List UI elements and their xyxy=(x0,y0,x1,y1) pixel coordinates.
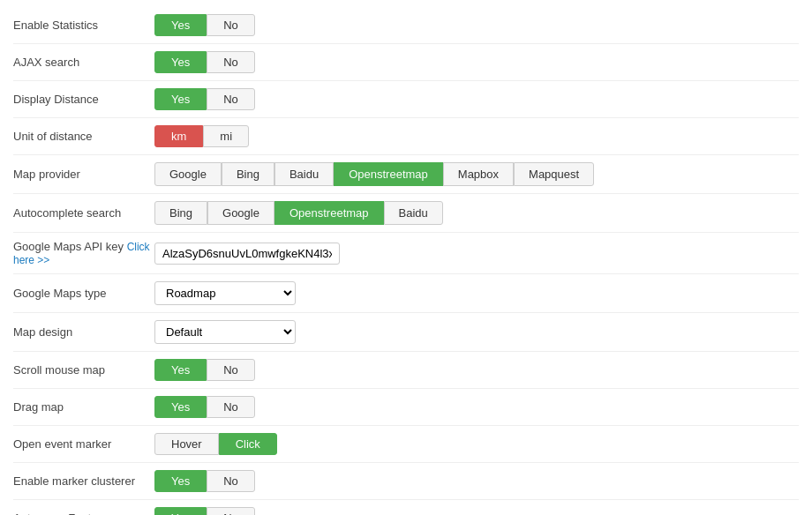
toggle-yes-enable-statistics[interactable]: Yes xyxy=(154,14,207,36)
row-open-event-marker: Open event markerHoverClick xyxy=(13,428,799,460)
row-display-distance: Display DistanceYesNo xyxy=(13,83,799,116)
label-autozoom-feature: Autozoom Feature xyxy=(13,511,154,515)
toggle-group-enable-marker-clusterer: YesNo xyxy=(154,470,255,492)
row-google-maps-type: Google Maps typeRoadmap xyxy=(13,276,799,310)
control-open-event-marker: HoverClick xyxy=(154,433,277,455)
select-map-design[interactable]: Default xyxy=(154,320,296,344)
label-drag-map: Drag map xyxy=(13,400,154,414)
autocomplete-btn-bing[interactable]: Bing xyxy=(154,201,207,225)
toggle-no-enable-statistics[interactable]: No xyxy=(207,14,255,36)
unit-group-unit-of-distance: kmmi xyxy=(154,125,249,147)
map-provider-btn-openstreetmap[interactable]: Openstreetmap xyxy=(334,162,443,186)
select-google-maps-type[interactable]: Roadmap xyxy=(154,281,296,305)
input-google-maps-api-key[interactable] xyxy=(154,243,340,265)
control-map-design: Default xyxy=(154,320,296,344)
row-enable-marker-clusterer: Enable marker clustererYesNo xyxy=(13,465,799,497)
autocomplete-group: BingGoogleOpenstreetmapBaidu xyxy=(154,201,443,225)
label-google-maps-type: Google Maps type xyxy=(13,287,154,300)
label-enable-marker-clusterer: Enable marker clusterer xyxy=(13,474,154,488)
control-scroll-mouse-map: YesNo xyxy=(154,359,255,381)
autocomplete-btn-openstreetmap[interactable]: Openstreetmap xyxy=(274,201,384,225)
toggle-no-autozoom-feature[interactable]: No xyxy=(207,507,255,515)
control-autozoom-feature: YesNo xyxy=(154,507,255,515)
toggle-no-display-distance[interactable]: No xyxy=(207,88,255,110)
toggle-yes-scroll-mouse-map[interactable]: Yes xyxy=(154,359,207,381)
label-unit-of-distance: Unit of distance xyxy=(13,130,154,143)
hover-click-group: HoverClick xyxy=(154,433,277,455)
toggle-no-drag-map[interactable]: No xyxy=(207,396,255,418)
toggle-yes-drag-map[interactable]: Yes xyxy=(154,396,207,418)
row-unit-of-distance: Unit of distancekmmi xyxy=(13,120,799,153)
toggle-group-drag-map: YesNo xyxy=(154,396,255,418)
label-display-distance: Display Distance xyxy=(13,93,154,106)
toggle-no-scroll-mouse-map[interactable]: No xyxy=(207,359,255,381)
toggle-yes-autozoom-feature[interactable]: Yes xyxy=(154,507,207,515)
label-enable-statistics: Enable Statistics xyxy=(13,19,154,32)
row-drag-map: Drag mapYesNo xyxy=(13,391,799,423)
row-autozoom-feature: Autozoom FeatureYesNo xyxy=(13,502,799,515)
map-provider-group: GoogleBingBaiduOpenstreetmapMapboxMapque… xyxy=(154,162,594,186)
autocomplete-btn-google[interactable]: Google xyxy=(207,201,274,225)
control-drag-map: YesNo xyxy=(154,396,255,418)
label-map-design: Map design xyxy=(13,325,154,339)
label-text-google-maps-api-key: Google Maps API key xyxy=(13,240,127,253)
label-map-provider: Map provider xyxy=(13,168,154,181)
toggle-yes-display-distance[interactable]: Yes xyxy=(154,88,207,110)
row-enable-statistics: Enable StatisticsYesNo xyxy=(13,9,799,41)
control-enable-statistics: YesNo xyxy=(154,14,255,36)
row-map-provider: Map providerGoogleBingBaiduOpenstreetmap… xyxy=(13,157,799,191)
map-provider-btn-mapbox[interactable]: Mapbox xyxy=(443,162,514,186)
map-provider-btn-google[interactable]: Google xyxy=(154,162,222,186)
row-scroll-mouse-map: Scroll mouse mapYesNo xyxy=(13,354,799,386)
map-provider-btn-baidu[interactable]: Baidu xyxy=(274,162,334,186)
control-map-provider: GoogleBingBaiduOpenstreetmapMapboxMapque… xyxy=(154,162,594,186)
map-provider-btn-mapquest[interactable]: Mapquest xyxy=(514,162,594,186)
label-google-maps-api-key: Google Maps API key Click here >> xyxy=(13,240,154,266)
label-open-event-marker: Open event marker xyxy=(13,437,154,451)
label-scroll-mouse-map: Scroll mouse map xyxy=(13,363,154,377)
toggle-group-display-distance: YesNo xyxy=(154,88,255,110)
row-map-design: Map designDefault xyxy=(13,315,799,349)
control-ajax-search: YesNo xyxy=(154,51,255,73)
toggle-group-autozoom-feature: YesNo xyxy=(154,507,255,515)
unit-btn-km-unit-of-distance[interactable]: km xyxy=(154,125,203,147)
open-marker-btn-hover[interactable]: Hover xyxy=(154,433,219,455)
unit-btn-mi-unit-of-distance[interactable]: mi xyxy=(203,125,249,147)
toggle-no-ajax-search[interactable]: No xyxy=(207,51,255,73)
toggle-yes-enable-marker-clusterer[interactable]: Yes xyxy=(154,470,207,492)
control-display-distance: YesNo xyxy=(154,88,255,110)
map-provider-btn-bing[interactable]: Bing xyxy=(222,162,274,186)
control-enable-marker-clusterer: YesNo xyxy=(154,470,255,492)
control-autocomplete-search: BingGoogleOpenstreetmapBaidu xyxy=(154,201,443,225)
control-unit-of-distance: kmmi xyxy=(154,125,249,147)
row-ajax-search: AJAX searchYesNo xyxy=(13,46,799,78)
toggle-group-ajax-search: YesNo xyxy=(154,51,255,73)
control-google-maps-api-key xyxy=(154,243,340,265)
label-ajax-search: AJAX search xyxy=(13,56,154,69)
row-autocomplete-search: Autocomplete searchBingGoogleOpenstreetm… xyxy=(13,196,799,230)
toggle-yes-ajax-search[interactable]: Yes xyxy=(154,51,207,73)
toggle-group-scroll-mouse-map: YesNo xyxy=(154,359,255,381)
label-autocomplete-search: Autocomplete search xyxy=(13,206,154,220)
open-marker-btn-click[interactable]: Click xyxy=(219,433,277,455)
control-google-maps-type: Roadmap xyxy=(154,281,296,305)
row-google-maps-api-key: Google Maps API key Click here >> xyxy=(13,235,799,272)
toggle-no-enable-marker-clusterer[interactable]: No xyxy=(207,470,255,492)
autocomplete-btn-baidu[interactable]: Baidu xyxy=(384,201,443,225)
toggle-group-enable-statistics: YesNo xyxy=(154,14,255,36)
